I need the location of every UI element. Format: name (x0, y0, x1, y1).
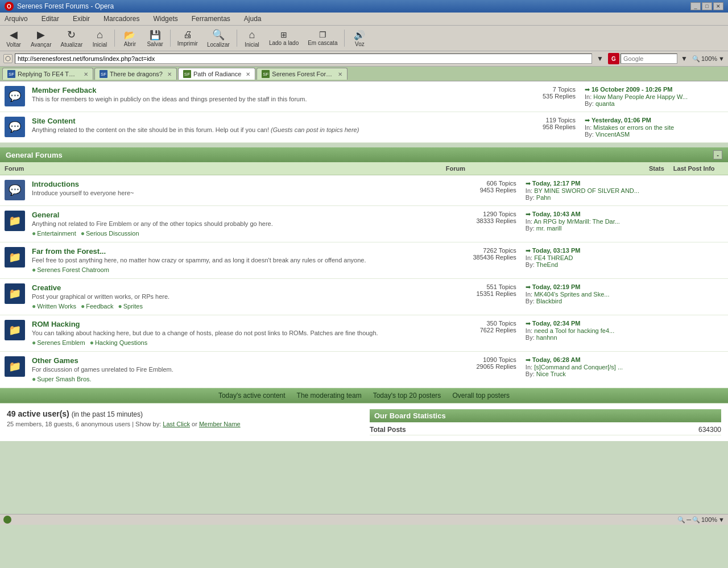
search-input[interactable] (621, 53, 677, 64)
creative-desc: Post your graphical or written works, or… (32, 293, 439, 300)
content-wrapper[interactable]: 💬 Member Feedback This is for members to… (0, 81, 728, 514)
tab-close-3[interactable]: ✕ (246, 71, 250, 77)
far-from-forest-stats: 7262 Topics 385436 Replies (441, 242, 521, 279)
intro-user[interactable]: Pahn (536, 194, 551, 201)
zoom-plus[interactable]: 🔍 (692, 516, 700, 524)
address-input[interactable] (15, 53, 592, 64)
forward-icon: ▶ (37, 28, 45, 41)
lastpost-user-2[interactable]: VincentASM (595, 131, 630, 138)
menu-editar[interactable]: Editar (39, 14, 61, 24)
fftf-topic[interactable]: FE4 THREAD (534, 254, 573, 261)
general-user[interactable]: mr. marill (536, 225, 562, 232)
zoom-status-dropdown[interactable]: ▼ (718, 516, 725, 523)
footer-active-content[interactable]: Today's active content (218, 392, 286, 400)
home2-button[interactable]: ⌂ Inicial (241, 28, 263, 49)
menu-exibir[interactable]: Exibir (71, 14, 92, 24)
creative-user[interactable]: Blackbird (536, 298, 562, 304)
general-link[interactable]: General (32, 211, 59, 219)
find-button[interactable]: 🔍 Localizar (204, 27, 233, 49)
creative-subforum-sprites[interactable]: Sprites (123, 303, 143, 310)
close-button[interactable]: ✕ (713, 2, 723, 10)
tab-serenes-forums[interactable]: SF Serenes Forest Forums ✕ (257, 68, 348, 80)
general-time: Today, 10:43 AM (532, 211, 581, 217)
tab-path-of-radiance[interactable]: SF Path of Radiance ✕ (178, 68, 255, 80)
tab-close-4[interactable]: ✕ (338, 71, 342, 77)
introductions-link[interactable]: Introductions (32, 180, 79, 188)
site-content-info: Site Content Anything related to the con… (30, 112, 500, 143)
zoom-minus[interactable]: 🔍 (677, 516, 685, 524)
refresh-button[interactable]: ↻ Atualizar (57, 27, 86, 49)
site-content-link[interactable]: Site Content (32, 117, 76, 125)
lastpost-in-label-1: In: (585, 93, 593, 100)
show-by-member-name[interactable]: Member Name (199, 421, 241, 427)
lastpost-user-1[interactable]: quanta (595, 100, 615, 107)
save-button[interactable]: 💾 Salvar (143, 28, 166, 48)
site-content-row: 💬 Site Content Anything related to the c… (0, 112, 728, 143)
home-button[interactable]: ⌂ Inicial (88, 28, 111, 49)
open-button[interactable]: 📂 Abrir (118, 28, 141, 48)
creative-subforum-feedback[interactable]: Feedback (86, 303, 113, 310)
intro-topic[interactable]: BY MINE SWORD OF SILVER AND... (534, 187, 639, 194)
general-subforum-entertainment[interactable]: Entertainment (37, 230, 76, 237)
search-box: G ▼ (608, 53, 690, 64)
rom-hacking-info: ROM Hacking You can talking about hackin… (30, 315, 441, 352)
other-subforum-smash[interactable]: Super Smash Bros. (37, 376, 91, 382)
creative-subforum-written[interactable]: Written Works (37, 303, 76, 310)
show-by-last-click[interactable]: Last Click (163, 421, 190, 427)
member-feedback-lastpost: ➡16 October 2009 - 10:26 PM In: How Many… (580, 81, 728, 112)
opera-icon: O (5, 2, 14, 11)
menu-arquivo[interactable]: Arquivo (2, 14, 30, 24)
general-subforum-serious[interactable]: Serious Discussion (86, 230, 139, 237)
site-content-lastpost: ➡Yesterday, 01:06 PM In: Mistakes or err… (580, 112, 728, 143)
forward-button[interactable]: ▶ Avançar (27, 27, 55, 49)
search-dropdown[interactable]: ▼ (679, 53, 690, 64)
tab-dragons[interactable]: SF There be dragons? ✕ (94, 68, 177, 80)
fftf-user[interactable]: TheEnd (536, 261, 559, 268)
tab-replying[interactable]: SF Replying To FE4 THREA... ✕ (2, 68, 93, 80)
col-stats: Stats (521, 162, 669, 175)
total-posts-value: 634300 (698, 426, 721, 434)
rom-topic[interactable]: need a Tool for hacking fe4... (534, 327, 614, 334)
zoom-dropdown[interactable]: ▼ (718, 55, 725, 62)
tab-close-2[interactable]: ✕ (167, 71, 172, 77)
footer-moderating-team[interactable]: The moderating team (297, 392, 362, 400)
member-feedback-desc: This is for members to weigh in publicly… (32, 96, 498, 102)
cascade-button[interactable]: ❐ Em cascata (304, 29, 341, 47)
far-from-forest-link[interactable]: Far from the Forest... (32, 247, 106, 256)
back-button[interactable]: ◀ Voltar (2, 27, 25, 49)
menu-ferramentas[interactable]: Ferramentas (189, 14, 233, 24)
rom-user[interactable]: hanhnn (536, 334, 557, 341)
creative-subforum-dot-2: ● (81, 302, 85, 310)
section-collapse-btn[interactable]: - (713, 150, 722, 159)
other-time: Today, 06:28 AM (532, 356, 581, 363)
voice-button[interactable]: 🔊 Voz (348, 28, 371, 48)
tile-button[interactable]: ⊞ Lado a lado (266, 29, 302, 47)
introductions-row: 💬 Introductions Introduce yourself to ev… (0, 175, 728, 206)
menu-widgets[interactable]: Widgets (151, 14, 180, 24)
footer-overall-top-posters[interactable]: Overall top posters (452, 392, 510, 400)
creative-link[interactable]: Creative (32, 283, 61, 292)
tab-close-1[interactable]: ✕ (84, 71, 88, 77)
creative-topic[interactable]: MK404's Sprites and Ske... (534, 291, 609, 298)
lastpost-topic-1[interactable]: How Many People Are Happy W... (593, 93, 688, 100)
menu-ajuda[interactable]: Ajuda (242, 14, 264, 24)
other-topic[interactable]: [s]Command and Conquer[/s] ... (534, 364, 623, 371)
footer-top-20-posters[interactable]: Today's top 20 posters (373, 392, 441, 400)
member-feedback-link[interactable]: Member Feedback (32, 86, 96, 94)
maximize-button[interactable]: □ (702, 2, 712, 10)
fftf-subforum-chatroom[interactable]: Serenes Forest Chatroom (37, 266, 109, 273)
general-icon: 📁 (5, 211, 25, 231)
other-user[interactable]: Nice Truck (536, 371, 566, 377)
rom-subforum-dot-2: ● (90, 339, 94, 347)
address-dropdown[interactable]: ▼ (594, 53, 606, 64)
rom-hacking-link[interactable]: ROM Hacking (32, 320, 80, 328)
save-icon: 💾 (150, 30, 161, 40)
minimize-button[interactable]: _ (690, 2, 701, 10)
general-topic[interactable]: An RPG by MrMarill: The Dar... (534, 218, 620, 225)
menu-marcadores[interactable]: Marcadores (101, 14, 142, 24)
other-games-link[interactable]: Other Games (32, 356, 78, 365)
lastpost-topic-2[interactable]: Mistakes or errors on the site (593, 124, 674, 131)
print-button[interactable]: 🖨 Imprimir (174, 28, 201, 48)
rom-subforum-hacking[interactable]: Hacking Questions (95, 339, 147, 346)
rom-subforum-emblem[interactable]: Serenes Emblem (37, 339, 85, 346)
